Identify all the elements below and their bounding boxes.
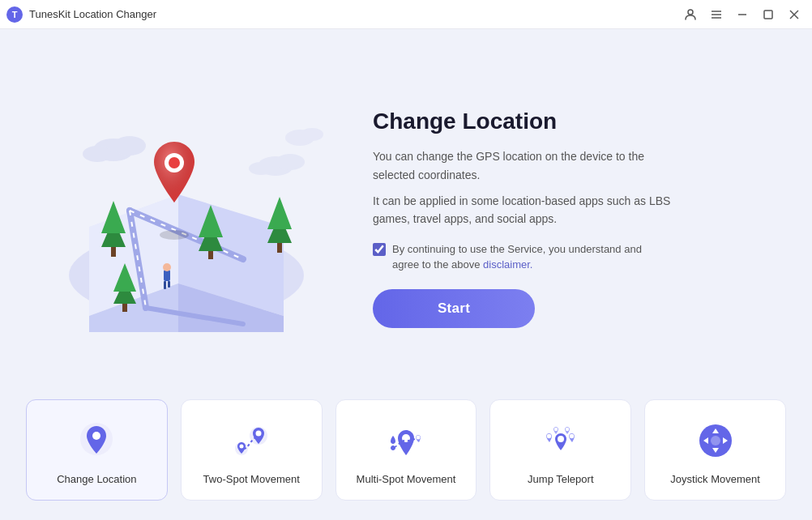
card-two-spot-movement[interactable]: Two-Spot Movement bbox=[181, 399, 323, 501]
illustration-area bbox=[32, 105, 340, 332]
maximize-button[interactable] bbox=[757, 3, 780, 26]
svg-point-44 bbox=[249, 162, 273, 175]
start-button[interactable]: Start bbox=[373, 289, 535, 328]
cloud-2 bbox=[249, 154, 305, 176]
card-jump-teleport-label: Jump Teleport bbox=[528, 473, 593, 485]
svg-point-50 bbox=[240, 445, 244, 449]
svg-point-43 bbox=[276, 154, 305, 170]
svg-point-54 bbox=[416, 436, 420, 440]
svg-rect-31 bbox=[122, 304, 127, 312]
svg-rect-7 bbox=[764, 11, 772, 19]
svg-point-41 bbox=[83, 146, 112, 162]
svg-point-36 bbox=[160, 230, 189, 240]
svg-point-48 bbox=[92, 432, 100, 440]
svg-marker-24 bbox=[267, 197, 292, 229]
card-change-location-label: Change Location bbox=[57, 473, 136, 485]
cloud-1 bbox=[83, 136, 146, 162]
cards-section: Change Location Two-Spot Movement bbox=[0, 399, 812, 520]
menu-button[interactable] bbox=[705, 3, 728, 26]
title-bar-left: T TunesKit Location Changer bbox=[6, 6, 156, 23]
svg-point-59 bbox=[566, 428, 569, 431]
account-button[interactable] bbox=[679, 3, 702, 26]
card-change-location[interactable]: Change Location bbox=[26, 399, 168, 501]
jump-teleport-icon bbox=[538, 418, 583, 463]
app-title: TunesKit Location Changer bbox=[29, 8, 156, 20]
hero-section: Change Location You can change the GPS l… bbox=[0, 29, 812, 399]
close-button[interactable] bbox=[783, 3, 806, 26]
svg-rect-34 bbox=[164, 281, 166, 289]
svg-point-65 bbox=[711, 436, 720, 445]
svg-point-58 bbox=[554, 428, 558, 431]
svg-point-38 bbox=[169, 157, 180, 168]
card-joystick-label: Joystick Movement bbox=[670, 473, 760, 485]
svg-rect-22 bbox=[111, 247, 116, 257]
app-logo: T bbox=[6, 6, 23, 23]
svg-rect-32 bbox=[164, 270, 170, 281]
svg-point-56 bbox=[546, 434, 551, 439]
terms-checkbox[interactable] bbox=[373, 243, 386, 256]
svg-point-46 bbox=[301, 128, 323, 141]
card-multi-spot-movement[interactable]: Multi-Spot Movement bbox=[335, 399, 477, 501]
svg-rect-35 bbox=[168, 281, 170, 288]
svg-point-52 bbox=[256, 431, 262, 437]
map-illustration bbox=[41, 105, 332, 332]
svg-point-33 bbox=[163, 263, 171, 271]
svg-point-2 bbox=[688, 10, 693, 15]
svg-point-57 bbox=[569, 434, 574, 439]
svg-rect-28 bbox=[208, 251, 213, 259]
disclaimer-link[interactable]: disclaimer. bbox=[483, 258, 532, 271]
title-bar-controls bbox=[679, 3, 806, 26]
change-location-icon bbox=[74, 418, 119, 463]
right-panel: Change Location You can change the GPS l… bbox=[357, 109, 763, 328]
svg-point-40 bbox=[113, 136, 146, 156]
two-spot-icon bbox=[229, 418, 274, 463]
panel-desc-1: You can change the GPS location on the d… bbox=[373, 147, 681, 184]
terms-row: By continuing to use the Service, you un… bbox=[373, 241, 763, 273]
main-content: Change Location You can change the GPS l… bbox=[0, 29, 812, 520]
title-bar: T TunesKit Location Changer bbox=[0, 0, 812, 29]
minimize-button[interactable] bbox=[731, 3, 754, 26]
cloud-3 bbox=[285, 128, 323, 146]
card-joystick-movement[interactable]: Joystick Movement bbox=[644, 399, 786, 501]
terms-label: By continuing to use the Service, you un… bbox=[392, 241, 668, 273]
joystick-icon bbox=[693, 418, 738, 463]
card-jump-teleport[interactable]: Jump Teleport bbox=[489, 399, 631, 501]
svg-rect-25 bbox=[277, 243, 282, 253]
svg-text:T: T bbox=[12, 10, 18, 19]
panel-title: Change Location bbox=[373, 109, 763, 134]
svg-point-55 bbox=[558, 436, 564, 442]
card-two-spot-label: Two-Spot Movement bbox=[203, 473, 300, 485]
panel-desc-2: It can be applied in some location-based… bbox=[373, 192, 681, 228]
multi-spot-icon bbox=[383, 418, 429, 463]
card-multi-spot-label: Multi-Spot Movement bbox=[357, 473, 456, 485]
